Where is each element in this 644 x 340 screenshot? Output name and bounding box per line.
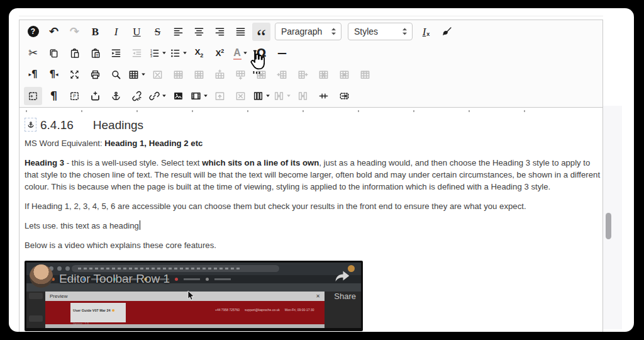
image-button[interactable] xyxy=(169,87,187,105)
insert-template-button[interactable] xyxy=(86,87,104,105)
outdent-button xyxy=(128,44,146,62)
table-row-properties-button xyxy=(169,65,187,84)
link-button[interactable] xyxy=(148,87,167,105)
editor-content[interactable]: 6.4.16 Headings MS Word Equivalent: Head… xyxy=(19,108,602,331)
toolbar-row: ▸¶¶◂ xyxy=(21,64,601,85)
card-title: User Guide V07 Mar 24 xyxy=(73,309,111,312)
para1-bold1: Heading 3 xyxy=(25,158,64,167)
svg-text:T: T xyxy=(96,52,98,57)
divider xyxy=(19,16,603,16)
toolbar-row: ?↶↷BIUS“ParagraphStylesIx xyxy=(21,21,601,42)
paragraph-lets-use[interactable]: Lets use. this text as a heading xyxy=(25,220,601,232)
dialog-footer-strip xyxy=(45,324,325,328)
toolbar-row: ✂T123X2X2AΩ— xyxy=(21,42,601,64)
bold-button[interactable]: B xyxy=(86,23,104,41)
numbered-list-button[interactable]: 123 xyxy=(148,44,167,62)
msword-prefix: MS Word Equivalent: xyxy=(25,139,104,148)
fullscreen-button[interactable] xyxy=(65,65,84,84)
unlink-button[interactable] xyxy=(128,87,146,105)
para3-text: Lets use. this text as a heading xyxy=(25,221,139,230)
media-button[interactable] xyxy=(190,87,208,105)
visual-blocks-button[interactable] xyxy=(24,87,42,105)
paste-button[interactable] xyxy=(65,44,84,62)
ltr-button[interactable]: ▸¶ xyxy=(24,65,42,84)
text-caret xyxy=(140,220,141,230)
svg-text:3: 3 xyxy=(150,54,152,58)
bullet-list-button[interactable] xyxy=(169,44,187,62)
section-heading[interactable]: 6.4.16 Headings xyxy=(25,118,601,132)
msword-line[interactable]: MS Word Equivalent: Heading 1, Heading 2… xyxy=(25,137,601,149)
column-insert-button xyxy=(273,87,291,105)
page-fragment xyxy=(29,315,43,322)
rtl-button[interactable]: ¶◂ xyxy=(45,65,63,84)
italic-button[interactable]: I xyxy=(107,23,125,41)
help-button[interactable]: ? xyxy=(24,23,42,41)
redo-button: ↷ xyxy=(65,23,84,41)
image-upload-button xyxy=(211,87,229,105)
column-remove-button xyxy=(294,87,312,105)
preview-dialog: Preview ✕ xyxy=(45,292,325,301)
video-embed[interactable]: Preview ✕ User Guide V07 Mar 24 Version … xyxy=(25,261,363,331)
scrollbar-thumb[interactable] xyxy=(606,213,611,239)
copy-button[interactable] xyxy=(45,44,63,62)
paragraph-heading3[interactable]: Heading 3 - this is a well-used style. S… xyxy=(25,157,601,193)
styles-select[interactable]: Styles xyxy=(348,23,413,40)
contact-info: +44 7958 725760 support@kaproche.co.uk M… xyxy=(215,304,314,316)
blockquote-button[interactable]: “ xyxy=(252,23,270,41)
presenter-avatar xyxy=(30,264,53,288)
underline-button[interactable]: U xyxy=(128,23,146,41)
subscript-button[interactable]: X2 xyxy=(190,44,208,62)
table-properties-button xyxy=(356,65,374,84)
strikethrough-button[interactable]: S xyxy=(148,23,167,41)
format-select[interactable]: Paragraph xyxy=(275,23,341,40)
rich-text-editor: ?↶↷BIUS“ParagraphStylesIx✂T123X2X2AΩ—▸¶¶… xyxy=(19,20,603,332)
anchor-icon[interactable] xyxy=(25,118,36,132)
cut-button[interactable]: ✂ xyxy=(24,44,42,62)
find-replace-button[interactable] xyxy=(107,65,125,84)
clipped-text-line xyxy=(26,110,579,112)
table-delete-button xyxy=(148,65,167,84)
share-arrow-icon[interactable] xyxy=(335,270,351,286)
anchor-button[interactable] xyxy=(107,87,125,105)
superscript-button[interactable]: X2 xyxy=(211,44,229,62)
page-break-button[interactable] xyxy=(314,87,333,105)
table-button[interactable] xyxy=(128,65,146,84)
contact-hours: Mon-Fri, 09:00-17:30 xyxy=(285,304,314,316)
image-remove-button xyxy=(231,87,250,105)
visual-characters-button[interactable]: P xyxy=(65,87,84,105)
table-insert-row-above-button xyxy=(211,65,229,84)
clear-formatting-button[interactable]: Ix xyxy=(417,23,435,41)
align-right-button[interactable] xyxy=(211,23,229,41)
align-justify-button[interactable] xyxy=(231,23,250,41)
status-dot xyxy=(112,309,114,312)
indent-button[interactable] xyxy=(107,44,125,62)
undo-button[interactable]: ↶ xyxy=(45,23,63,41)
align-left-button[interactable] xyxy=(169,23,187,41)
pointer-hand-cursor xyxy=(245,49,267,77)
toolbar-row: ¶P xyxy=(21,85,601,106)
nonbreaking-space-button[interactable] xyxy=(335,87,353,105)
columns-button[interactable] xyxy=(252,87,270,105)
heading-number: 6.4.16 xyxy=(40,119,74,131)
paste-as-text-button[interactable]: T xyxy=(86,44,104,62)
remove-format-button[interactable] xyxy=(438,23,456,41)
scrollbar[interactable] xyxy=(603,106,622,329)
toolbar: ?↶↷BIUS“ParagraphStylesIx✂T123X2X2AΩ—▸¶¶… xyxy=(19,20,602,108)
paragraph-accessible[interactable]: If Heading 1, 2, 3, 4, 5, 6 are accessib… xyxy=(25,200,601,212)
arrow-cursor xyxy=(187,290,195,305)
horizontal-rule-button[interactable]: — xyxy=(273,44,291,62)
address-bar xyxy=(72,265,279,272)
video-title: Editor Toolbar Row 1 xyxy=(59,273,170,285)
align-center-button[interactable] xyxy=(190,23,208,41)
svg-text:P: P xyxy=(73,93,76,98)
table-insert-column-after-button xyxy=(294,65,312,84)
video-frame: Preview ✕ User Guide V07 Mar 24 Version … xyxy=(26,263,361,328)
paragraph-marks-button[interactable]: ¶ xyxy=(45,87,63,105)
red-banner: User Guide V07 Mar 24 Version : 1.0 Date… xyxy=(45,301,325,324)
print-button[interactable] xyxy=(86,65,104,84)
share-label[interactable]: Share xyxy=(334,290,356,302)
paragraph-below-video[interactable]: Below is a video which explains these co… xyxy=(25,239,601,251)
table-insert-column-before-button xyxy=(273,65,291,84)
contact-email: support@kaproche.co.uk xyxy=(245,304,280,316)
para1-bold2: which sits on a line of its own xyxy=(202,158,319,167)
